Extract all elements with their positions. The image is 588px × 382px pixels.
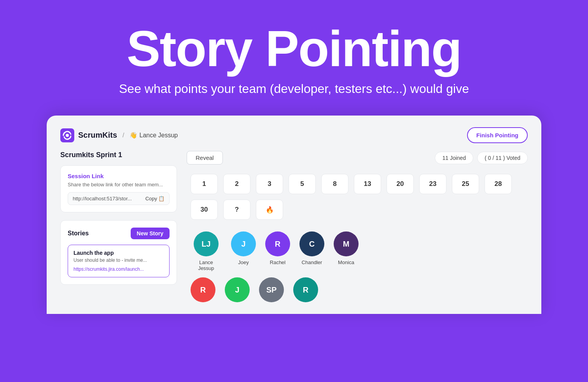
hero-title: Story Pointing: [16, 23, 572, 74]
session-card: Session Link Share the below link for ot…: [60, 165, 177, 212]
participant-j2: J: [225, 277, 250, 302]
point-card-5[interactable]: 5: [289, 174, 316, 194]
point-card-2[interactable]: 2: [223, 174, 250, 194]
participants-row-2: R J SP R: [187, 277, 528, 302]
participant-name-monica: Monica: [338, 259, 354, 265]
participant-name-rachel: Rachel: [270, 259, 285, 265]
point-card-25[interactable]: 25: [452, 174, 479, 194]
stories-section: Stories New Story Launch the app User sh…: [60, 220, 177, 285]
finish-pointing-button[interactable]: Finish Pointing: [467, 127, 528, 143]
sprint-title: Scrumkits Sprint 1: [60, 151, 177, 159]
avatar-j2: J: [225, 277, 250, 302]
participant-r2: R: [191, 277, 215, 302]
story-desc: User should be able to - invite me...: [74, 258, 164, 263]
stories-header: Stories New Story: [68, 228, 170, 239]
new-story-button[interactable]: New Story: [131, 228, 170, 239]
session-card-desc: Share the below link for other team mem.…: [68, 182, 170, 187]
voted-badge: ( 0 / 11 ) Voted: [477, 152, 528, 164]
point-card-fire[interactable]: 🔥: [256, 200, 283, 220]
participant-chandler: C Chandler: [299, 231, 324, 271]
reveal-button[interactable]: Reveal: [187, 151, 223, 165]
point-card-question[interactable]: ?: [223, 200, 250, 220]
point-card-28[interactable]: 28: [485, 174, 512, 194]
avatar-sp: SP: [259, 277, 284, 302]
points-grid: 1 2 3 5 8 13 20 23 25 28 30 ? 🔥: [187, 174, 528, 220]
session-card-title: Session Link: [68, 173, 170, 179]
copy-link-button[interactable]: Copy 📋: [145, 196, 164, 202]
point-card-3[interactable]: 3: [256, 174, 283, 194]
point-card-20[interactable]: 20: [387, 174, 414, 194]
app-container: ScrumKits / 👋 Lance Jessup Finish Pointi…: [47, 116, 541, 314]
point-card-30[interactable]: 30: [191, 200, 218, 220]
user-name: Lance Jessup: [139, 132, 178, 139]
joined-badge: 11 Joined: [435, 152, 473, 164]
hero-subtitle: See what points your team (developer, te…: [16, 82, 572, 96]
avatar-joey: J: [231, 231, 256, 256]
badges: 11 Joined ( 0 / 11 ) Voted: [435, 152, 528, 164]
right-top: Reveal 11 Joined ( 0 / 11 ) Voted: [187, 151, 528, 165]
story-item: Launch the app User should be able to - …: [68, 245, 170, 277]
hero-section: Story Pointing See what points your team…: [0, 0, 588, 96]
participant-monica: M Monica: [334, 231, 359, 271]
app-header: ScrumKits / 👋 Lance Jessup Finish Pointi…: [60, 127, 528, 143]
session-link-text: http://localhost:5173/stor...: [73, 196, 142, 202]
right-panel: Reveal 11 Joined ( 0 / 11 ) Voted 1 2 3 …: [187, 151, 528, 302]
brand-separator: /: [122, 132, 124, 139]
participant-rachel: R Rachel: [265, 231, 290, 271]
participant-joey: J Joey: [231, 231, 256, 271]
story-name: Launch the app: [74, 250, 164, 256]
session-link-row: http://localhost:5173/stor... Copy 📋: [68, 192, 170, 205]
svg-point-1: [66, 134, 69, 137]
avatar-r2: R: [191, 277, 215, 302]
brand-name: ScrumKits: [78, 131, 117, 140]
participant-name-joey: Joey: [238, 259, 248, 265]
participant-r3: R: [293, 277, 318, 302]
avatar-r3: R: [293, 277, 318, 302]
avatar-rachel: R: [265, 231, 290, 256]
copy-label: Copy: [145, 196, 157, 202]
point-card-8[interactable]: 8: [321, 174, 348, 194]
brand: ScrumKits / 👋 Lance Jessup: [60, 128, 178, 142]
story-link[interactable]: https://scrumkits.jira.com/launch...: [74, 266, 144, 272]
left-panel: Scrumkits Sprint 1 Session Link Share th…: [60, 151, 177, 302]
participant-name-lance: Lance Jessup: [191, 259, 222, 271]
avatar-chandler: C: [299, 231, 324, 256]
point-card-23[interactable]: 23: [419, 174, 446, 194]
participant-sp: SP: [259, 277, 284, 302]
user-emoji: 👋: [130, 131, 137, 139]
point-card-13[interactable]: 13: [354, 174, 381, 194]
point-card-1[interactable]: 1: [191, 174, 218, 194]
participants-row-1: LJ Lance Jessup J Joey R Rachel C Chandl…: [187, 231, 528, 271]
copy-icon: 📋: [158, 196, 164, 202]
main-layout: Scrumkits Sprint 1 Session Link Share th…: [60, 151, 528, 302]
brand-logo-icon: [60, 128, 74, 142]
participant-name-chandler: Chandler: [302, 259, 322, 265]
stories-label: Stories: [68, 230, 89, 237]
participant-lance: LJ Lance Jessup: [191, 231, 222, 271]
avatar-monica: M: [334, 231, 359, 256]
brand-user: 👋 Lance Jessup: [130, 131, 178, 139]
avatar-lance: LJ: [194, 231, 219, 256]
